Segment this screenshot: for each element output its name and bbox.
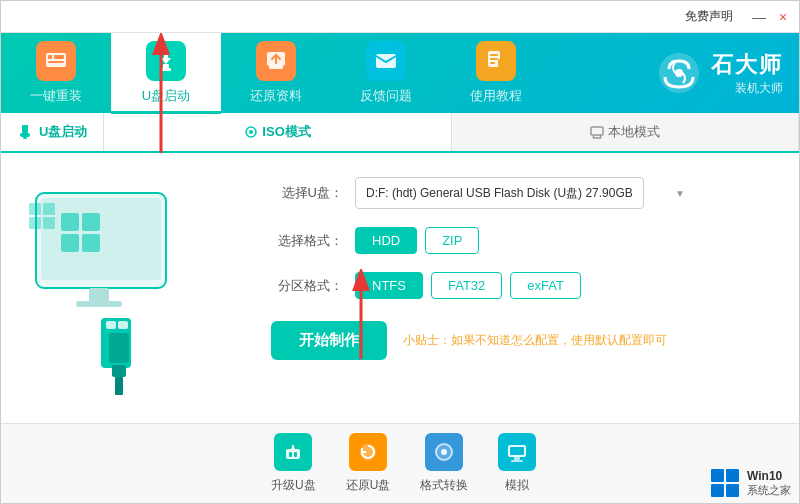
svg-rect-46: [286, 449, 300, 459]
svg-rect-57: [511, 460, 523, 462]
upgrade-usb-label: 升级U盘: [271, 477, 316, 494]
usb-select-wrapper: D:F: (hdt) General USB Flash Disk (U盘) 2…: [355, 177, 695, 209]
windows-logo: [709, 467, 741, 499]
nav-tutorial-label: 使用教程: [470, 87, 522, 105]
svg-rect-38: [112, 365, 126, 377]
logo-sub-text: 装机大师: [711, 80, 783, 97]
partition-row: 分区格式： NTFS FAT32 exFAT: [271, 272, 769, 299]
sub-nav: U盘启动 ISO模式 本地模式: [1, 113, 799, 153]
nav-item-restore[interactable]: 还原资料: [221, 33, 331, 113]
tab-local[interactable]: 本地模式: [452, 113, 799, 151]
start-button[interactable]: 开始制作: [271, 321, 387, 360]
restore-usb-icon: [349, 433, 387, 471]
svg-rect-59: [726, 469, 739, 482]
usb-select-label: 选择U盘：: [271, 184, 343, 202]
svg-point-16: [675, 69, 683, 77]
svg-rect-43: [43, 217, 55, 229]
format-label: 选择格式：: [271, 232, 343, 250]
usb-illustration-svg: [21, 173, 241, 403]
svg-rect-55: [510, 447, 524, 455]
svg-rect-58: [711, 469, 724, 482]
config-panel: 选择U盘： D:F: (hdt) General USB Flash Disk …: [261, 153, 799, 423]
partition-btn-fat32[interactable]: FAT32: [431, 272, 502, 299]
tutorial-nav-icon: [476, 41, 516, 81]
svg-rect-61: [726, 484, 739, 497]
svg-rect-14: [498, 59, 504, 67]
svg-rect-39: [115, 377, 123, 395]
format-btn-group: HDD ZIP: [355, 227, 479, 254]
tool-upgrade-usb[interactable]: 升级U盘: [271, 433, 316, 494]
format-convert-icon: [425, 433, 463, 471]
start-btn-row: 开始制作 小贴士：如果不知道怎么配置，使用默认配置即可: [271, 321, 769, 360]
upgrade-usb-icon: [274, 433, 312, 471]
model-label: 模拟: [505, 477, 529, 494]
win-badge: Win10 系统之家: [709, 467, 791, 499]
svg-rect-18: [20, 133, 30, 137]
partition-btn-exfat[interactable]: exFAT: [510, 272, 581, 299]
minimize-button[interactable]: —: [751, 9, 767, 25]
win-badge-line1: Win10: [747, 469, 791, 483]
format-btn-zip[interactable]: ZIP: [425, 227, 479, 254]
svg-rect-60: [711, 484, 724, 497]
svg-rect-32: [89, 288, 109, 303]
svg-rect-1: [48, 55, 52, 59]
svg-rect-56: [514, 457, 520, 460]
free-notice-label: 免费声明: [685, 8, 733, 25]
svg-rect-29: [82, 213, 100, 231]
svg-rect-5: [161, 68, 171, 71]
format-btn-hdd[interactable]: HDD: [355, 227, 417, 254]
svg-rect-4: [163, 64, 169, 68]
svg-point-21: [249, 130, 253, 134]
tool-model[interactable]: 模拟: [498, 433, 536, 494]
nav-item-reinstall[interactable]: 一键重装: [1, 33, 111, 113]
usb-select[interactable]: D:F: (hdt) General USB Flash Disk (U盘) 2…: [355, 177, 644, 209]
usb-small-icon: [17, 124, 33, 140]
format-convert-label: 格式转换: [420, 477, 468, 494]
nav-feedback-label: 反馈问题: [360, 87, 412, 105]
usb-nav-icon: [146, 41, 186, 81]
tab-iso[interactable]: ISO模式: [104, 113, 451, 151]
svg-rect-30: [61, 234, 79, 252]
svg-rect-8: [269, 66, 283, 69]
main-content: 选择U盘： D:F: (hdt) General USB Flash Disk …: [1, 153, 799, 423]
svg-rect-27: [41, 198, 161, 280]
app-window: 免费声明 — × 一键重装: [0, 0, 800, 504]
sub-nav-label: U盘启动: [1, 113, 104, 151]
logo-main-text: 石大师: [711, 50, 783, 80]
svg-rect-49: [294, 452, 297, 457]
tool-format-convert[interactable]: 格式转换: [420, 433, 468, 494]
svg-rect-12: [490, 58, 498, 60]
win-badge-text: Win10 系统之家: [747, 469, 791, 498]
left-illustration: [1, 153, 261, 423]
win-badge-line2: 系统之家: [747, 483, 791, 498]
logo-area: 石大师 装机大师: [655, 33, 799, 113]
nav-item-feedback[interactable]: 反馈问题: [331, 33, 441, 113]
svg-rect-42: [29, 217, 41, 229]
partition-label: 分区格式：: [271, 277, 343, 295]
svg-rect-48: [289, 452, 292, 457]
bottom-toolbar: 升级U盘 还原U盘 格式转换: [1, 423, 799, 503]
nav-usb-label: U盘启动: [142, 87, 190, 105]
svg-rect-2: [48, 61, 64, 63]
svg-rect-3: [54, 55, 64, 59]
svg-rect-28: [61, 213, 79, 231]
nav-item-usb[interactable]: U盘启动: [111, 33, 221, 113]
tool-restore-usb[interactable]: 还原U盘: [346, 433, 391, 494]
feedback-nav-icon: [366, 41, 406, 81]
svg-rect-31: [82, 234, 100, 252]
svg-rect-40: [29, 203, 41, 215]
svg-rect-35: [106, 321, 116, 329]
nav-item-tutorial[interactable]: 使用教程: [441, 33, 551, 113]
partition-btn-ntfs[interactable]: NTFS: [355, 272, 423, 299]
nav-bar: 一键重装 U盘启动 还原资料: [1, 33, 799, 113]
usb-select-row: 选择U盘： D:F: (hdt) General USB Flash Disk …: [271, 177, 769, 209]
tip-text: 小贴士：如果不知道怎么配置，使用默认配置即可: [403, 332, 667, 349]
title-bar: 免费声明 — ×: [1, 1, 799, 33]
svg-rect-33: [76, 301, 122, 307]
app-logo-icon: [655, 49, 703, 97]
close-button[interactable]: ×: [775, 9, 791, 25]
svg-rect-36: [118, 321, 128, 329]
format-select-row: 选择格式： HDD ZIP: [271, 227, 769, 254]
local-tab-icon: [590, 125, 604, 139]
svg-point-52: [441, 449, 447, 455]
